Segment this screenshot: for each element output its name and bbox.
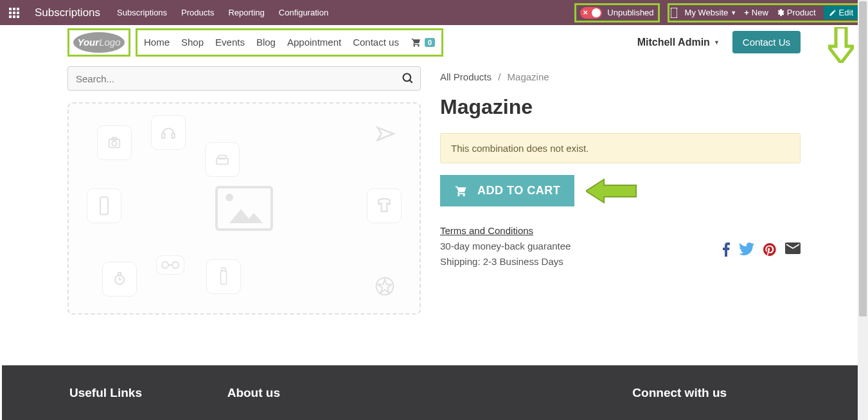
plus-icon: + [744,8,749,17]
chevron-down-icon: ▼ [731,10,736,16]
product-details-column: All Products / Magazine Magazine This co… [440,66,801,315]
breadcrumb-current: Magazine [508,71,549,82]
website-switcher[interactable]: My Website ▼ [685,8,737,17]
facebook-share-icon[interactable] [722,242,730,257]
logo-logo: Logo [99,37,120,48]
user-menu[interactable]: Mitchell Admin ▼ [637,37,720,48]
logo-your: Your [78,37,100,48]
twitter-share-icon[interactable] [739,242,754,257]
breadcrumb-separator: / [498,71,500,82]
nav-highlight-box: Home Shop Events Blog Appointment Contac… [136,28,443,57]
new-label: New [752,8,768,17]
close-icon: ✕ [583,9,588,16]
nav-appointment[interactable]: Appointment [287,37,341,48]
user-name: Mitchell Admin [637,37,710,48]
site-logo[interactable]: YourLogo [73,32,125,53]
breadcrumb: All Products / Magazine [440,71,801,82]
cart-link[interactable]: 0 [411,37,435,48]
nav-blog[interactable]: Blog [256,37,276,48]
svg-rect-9 [218,156,227,160]
gear-icon [776,8,784,17]
contact-us-button[interactable]: Contact Us [732,31,801,53]
footer-connect[interactable]: Connect with us [632,386,790,400]
email-share-icon[interactable] [785,242,801,257]
scrollbar-thumb[interactable] [859,1,867,316]
breadcrumb-root[interactable]: All Products [440,71,492,82]
publish-label[interactable]: Unpublished [607,8,653,17]
svg-rect-0 [671,8,677,18]
image-placeholder-icon [215,186,273,231]
terms-link[interactable]: Terms and Conditions [440,223,801,239]
footer-about-us[interactable]: About us [227,386,385,400]
add-to-cart-button[interactable]: ADD TO CART [440,175,574,206]
publish-toggle[interactable]: ✕ [580,7,602,19]
product-title: Magazine [440,95,801,119]
search-wrap [67,66,421,91]
website-header: YourLogo Home Shop Events Blog Appointme… [0,25,868,60]
footer-useful-links[interactable]: Useful Links [69,386,227,400]
svg-rect-7 [172,133,174,138]
svg-line-2 [410,80,412,83]
logo-highlight-box: YourLogo [67,28,130,57]
nav-shop[interactable]: Shop [181,37,204,48]
website-tools: My Website ▼ + New Product Edit [668,3,864,23]
svg-rect-6 [162,133,164,138]
new-page-button[interactable]: + New [744,8,768,17]
pinterest-share-icon[interactable] [763,242,776,257]
pencil-icon [829,9,837,17]
top-menu: Subscriptions Products Reporting Configu… [117,8,328,17]
apps-grid-icon [9,8,19,18]
cart-count-badge: 0 [425,38,435,47]
topmenu-configuration[interactable]: Configuration [279,8,328,17]
svg-rect-18 [221,271,227,284]
svg-point-4 [112,141,116,145]
cart-icon [411,37,422,48]
search-icon[interactable] [402,72,414,85]
annotation-arrow-down [828,27,854,63]
cart-icon [454,185,468,197]
product-label: Product [787,8,816,17]
combination-warning: This combination does not exist. [440,133,801,163]
vertical-scrollbar[interactable] [858,0,868,420]
main-content: All Products / Magazine Magazine This co… [0,60,868,315]
topmenu-products[interactable]: Products [181,8,214,17]
svg-rect-10 [100,197,108,215]
apps-menu-button[interactable] [5,4,23,22]
svg-marker-21 [378,279,391,293]
edit-label: Edit [839,8,853,17]
nav-contact[interactable]: Contact us [353,37,399,48]
topmenu-reporting[interactable]: Reporting [228,8,264,17]
search-input[interactable] [67,66,421,91]
add-to-cart-label: ADD TO CART [477,184,560,197]
mobile-preview-icon[interactable] [671,8,677,18]
svg-point-1 [403,74,411,82]
topmenu-subscriptions[interactable]: Subscriptions [117,8,167,17]
product-placeholder-image [67,102,421,315]
product-image-column [67,66,421,315]
chevron-down-icon: ▼ [714,39,720,46]
svg-rect-12 [118,273,121,275]
publish-status-group: ✕ Unpublished [574,3,659,23]
svg-point-16 [172,262,179,268]
svg-marker-23 [828,27,854,63]
annotation-arrow-left [586,177,637,205]
svg-marker-22 [586,179,636,203]
nav-events[interactable]: Events [215,37,245,48]
product-settings-button[interactable]: Product [776,8,816,17]
app-title[interactable]: Subscriptions [35,6,100,19]
edit-button[interactable]: Edit [824,6,858,19]
nav-home[interactable]: Home [144,37,170,48]
website-label: My Website [685,8,729,17]
svg-point-15 [162,262,168,268]
footer: Useful Links About us Connect with us [2,365,858,420]
admin-topbar: Subscriptions Subscriptions Products Rep… [0,0,868,25]
svg-rect-19 [222,268,226,271]
